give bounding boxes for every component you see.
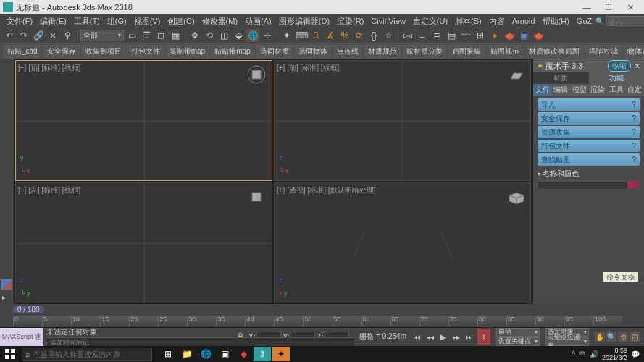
ribbon-copymap[interactable]: 复制带map xyxy=(165,44,209,59)
ribbon-paste-cad[interactable]: 粘贴_cad xyxy=(3,44,42,59)
taskbar-search[interactable]: ⌕ xyxy=(22,348,152,361)
menu-search-input[interactable] xyxy=(606,16,644,26)
leftrail-expand[interactable]: ▸ xyxy=(2,293,6,301)
maximize-vp-button[interactable]: ◱ xyxy=(630,332,640,342)
help-icon[interactable]: ? xyxy=(632,142,636,150)
viewport-left[interactable]: [+] [左] [标准] [线框] z└ y xyxy=(15,182,272,303)
goto-start-button[interactable]: ⏮ xyxy=(412,332,422,342)
viewcube-top[interactable] xyxy=(245,64,268,88)
maxscript-listener[interactable]: MAXScript 迷 xyxy=(0,328,43,346)
render-setup-button[interactable]: 🫖 xyxy=(503,29,516,42)
render-button[interactable]: 🫖 xyxy=(532,29,545,42)
viewport-persp-label[interactable]: [+] [透视] [标准] [默认明暗处理] xyxy=(277,185,375,195)
window-crossing-button[interactable]: ▦ xyxy=(169,29,182,42)
ribbon-pastemap[interactable]: 粘贴带map xyxy=(210,44,254,59)
ribbon-pack[interactable]: 打包文件 xyxy=(127,44,164,59)
subtab-edit[interactable]: 编辑 xyxy=(552,84,571,96)
menu-edit[interactable]: 编辑(E) xyxy=(36,16,70,27)
setkey-mode-dropdown[interactable]: 设置关键点 xyxy=(496,337,540,346)
time-indicator[interactable]: 0 / 100 xyxy=(13,306,44,313)
zoom-button[interactable]: 🔍 xyxy=(606,332,616,342)
manipulate-button[interactable]: ✦ xyxy=(280,29,293,42)
minimize-button[interactable]: — xyxy=(576,0,598,14)
taskbar-search-input[interactable] xyxy=(33,350,149,358)
subtab-custom[interactable]: 自定 xyxy=(626,84,645,96)
editnamed-button[interactable]: {} xyxy=(367,29,380,42)
angle-snap-button[interactable]: ∡ xyxy=(324,29,337,42)
refcoord-button[interactable]: 🌐 xyxy=(246,29,259,42)
toggle-ribbon-button[interactable]: ▤ xyxy=(445,29,458,42)
ribbon-collect[interactable]: 收集到项目 xyxy=(81,44,126,59)
bind-button[interactable]: ⚲ xyxy=(61,29,74,42)
subtab-file[interactable]: 文件 xyxy=(533,84,552,96)
notification-icon[interactable]: 💬 xyxy=(631,350,640,358)
menu-scripting[interactable]: 脚本(S) xyxy=(451,16,485,27)
autokey-button[interactable]: + xyxy=(477,329,490,345)
section-name-color[interactable]: 名称和颜色 xyxy=(538,169,640,179)
menu-goz[interactable]: GoZ xyxy=(573,17,595,25)
viewcube-persp[interactable] xyxy=(503,187,527,210)
select-rect-button[interactable]: ◻ xyxy=(154,29,167,42)
menu-help[interactable]: 帮助(H) xyxy=(539,16,573,27)
help-icon[interactable]: ? xyxy=(632,156,636,164)
redo-button[interactable]: ↷ xyxy=(17,29,30,42)
link-button[interactable]: 🔗 xyxy=(32,29,45,42)
mirror-button[interactable]: ▹◃ xyxy=(401,29,414,42)
panel-btn-import[interactable]: 导入? xyxy=(538,98,640,111)
tab-function[interactable]: 功能 xyxy=(589,72,645,84)
ribbon-mapnorm[interactable]: 贴图规范 xyxy=(486,44,524,59)
play-button[interactable]: ▶ xyxy=(438,332,448,342)
menu-customize[interactable]: 自定义(U) xyxy=(409,16,451,27)
menu-modifiers[interactable]: 修改器(M) xyxy=(198,16,242,27)
menu-animation[interactable]: 动画(A) xyxy=(241,16,275,27)
unlink-button[interactable]: ⤫ xyxy=(46,29,59,42)
ribbon-safesave[interactable]: 安全保存 xyxy=(43,44,80,59)
schematic-button[interactable]: ⊞ xyxy=(474,29,487,42)
maximize-button[interactable]: ☐ xyxy=(598,0,619,14)
select-name-button[interactable]: ☰ xyxy=(140,29,153,42)
app-unknown2[interactable]: ✦ xyxy=(272,347,290,361)
placement-button[interactable]: ⬙ xyxy=(232,29,245,42)
viewport-top[interactable]: [+] [顶] [标准] [线框] y└ x xyxy=(15,60,272,181)
object-color-swatch[interactable] xyxy=(628,181,638,188)
panel-btn-findmap[interactable]: 查找贴图? xyxy=(538,153,640,166)
pan-button[interactable]: ✋ xyxy=(595,332,605,342)
scale-button[interactable]: ◫ xyxy=(217,29,230,42)
prev-frame-button[interactable]: ◂◂ xyxy=(425,332,435,342)
snap-toggle-button[interactable]: 3 xyxy=(309,29,322,42)
key-filter-dropdown[interactable]: 关键点过滤器 xyxy=(545,337,589,346)
keyboard-shortcut-button[interactable]: ⌨ xyxy=(295,29,308,42)
tray-volume-icon[interactable]: 🔊 xyxy=(590,350,598,358)
viewcube-front[interactable] xyxy=(503,64,527,88)
help-icon[interactable]: ? xyxy=(632,101,636,109)
object-name-input[interactable] xyxy=(538,181,628,190)
ribbon-matnorm[interactable]: 材质规范 xyxy=(364,44,401,59)
start-button[interactable] xyxy=(0,346,20,362)
menu-rendering[interactable]: 渲染(R) xyxy=(333,16,367,27)
menu-tools[interactable]: 工具(T) xyxy=(70,16,104,27)
ribbon-matclass[interactable]: 按材质分类 xyxy=(402,44,447,59)
subtab-model[interactable]: 模型 xyxy=(570,84,589,96)
pivot-button[interactable]: ⊹ xyxy=(261,29,274,42)
viewport-left-label[interactable]: [+] [左] [标准] [线框] xyxy=(18,185,80,195)
help-icon[interactable]: ? xyxy=(632,128,636,136)
taskview-button[interactable]: ⊞ xyxy=(159,347,177,361)
time-ruler[interactable]: 0 5 10 15 20 25 30 35 40 45 50 55 60 65 … xyxy=(13,316,622,326)
curve-editor-button[interactable]: 〰 xyxy=(459,29,472,42)
app-3dsmax[interactable]: 3 xyxy=(254,347,271,361)
panel-collapse-button[interactable]: 收缩 xyxy=(608,60,631,72)
next-frame-button[interactable]: ▸▸ xyxy=(451,332,461,342)
select-button[interactable]: ▭ xyxy=(125,29,138,42)
menu-create[interactable]: 创建(C) xyxy=(164,16,198,27)
app-edge[interactable]: 🌐 xyxy=(197,347,214,361)
menu-grapheditors[interactable]: 图形编辑器(D) xyxy=(275,16,333,27)
align-button[interactable]: ⫠ xyxy=(416,29,429,42)
menu-file[interactable]: 文件(F) xyxy=(3,16,36,27)
viewport-top-label[interactable]: [+] [顶] [标准] [线框] xyxy=(18,63,80,73)
add-time-tag[interactable]: 添加时间标记 xyxy=(50,339,89,346)
panel-btn-safesave[interactable]: 安全保存? xyxy=(538,112,640,125)
autokey-mode-dropdown[interactable]: 自动 xyxy=(496,328,540,337)
orbit-button[interactable]: ⟲ xyxy=(618,332,628,342)
viewport-front[interactable]: [+] [前] [标准] [线框] z└ x xyxy=(274,60,531,181)
ribbon-selobj[interactable]: 选同物体 xyxy=(294,44,332,59)
